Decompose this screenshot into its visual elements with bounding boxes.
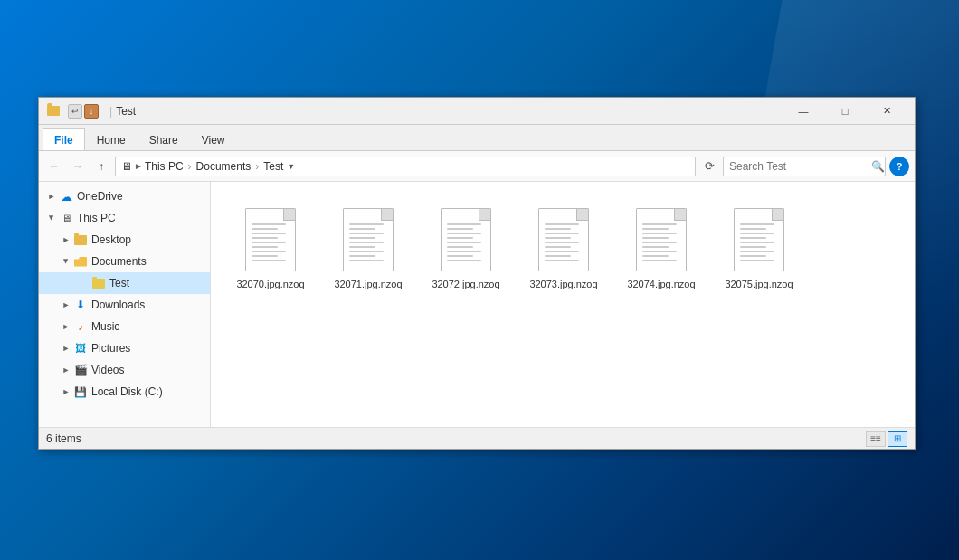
up-button[interactable]: ↑ (91, 157, 111, 176)
sidebar-item-downloads[interactable]: ► ⬇ Downloads (39, 294, 210, 316)
path-computer-icon: 🖥 (121, 160, 132, 173)
test-folder-icon (91, 276, 106, 290)
file-name-3: 32073.jpg.nzoq (529, 278, 597, 290)
sidebar-label-downloads: Downloads (91, 299, 145, 311)
address-bar: ← → ↑ 🖥 ► This PC › Documents › Test ▼ ⟳… (39, 151, 915, 182)
title-folder-icon (46, 104, 61, 119)
file-item-0[interactable]: 32070.jpg.nzoq (225, 196, 316, 299)
sidebar-label-thispc: This PC (77, 212, 116, 224)
sidebar-label-music: Music (91, 320, 119, 333)
documents-folder-icon (73, 254, 88, 269)
tab-share[interactable]: Share (138, 128, 190, 150)
sidebar-label-test: Test (109, 277, 129, 289)
expand-arrow-music: ► (61, 321, 71, 332)
tab-home[interactable]: Home (85, 128, 138, 150)
view-buttons: ≡≡ ⊞ (866, 431, 907, 447)
view-icon-button[interactable]: ⊞ (888, 431, 907, 447)
close-button[interactable]: ✕ (866, 98, 907, 125)
path-documents: Documents (196, 160, 252, 173)
maximize-button[interactable]: □ (824, 98, 866, 125)
expand-arrow-onedrive: ► (46, 191, 57, 202)
sidebar-item-test[interactable]: ► Test (39, 272, 210, 294)
title-bar: ↩ ↓ | Test — □ ✕ (39, 98, 915, 125)
expand-arrow-downloads: ► (61, 299, 71, 310)
expand-arrow-documents: ► (61, 256, 71, 267)
sidebar-item-localdisk[interactable]: ► 💾 Local Disk (C:) (39, 381, 210, 403)
file-icon-1 (339, 205, 397, 274)
file-icon-4 (632, 205, 690, 274)
file-icon-3 (535, 205, 593, 274)
tab-file[interactable]: File (43, 128, 85, 150)
drive-icon: 💾 (73, 384, 88, 399)
quick-access-btn-2[interactable]: ↓ (84, 104, 99, 119)
sidebar-label-documents: Documents (91, 255, 147, 268)
search-icon-button[interactable]: 🔍 (870, 157, 885, 176)
sidebar-item-thispc[interactable]: ► 🖥 This PC (39, 207, 210, 229)
status-bar: 6 items ≡≡ ⊞ (39, 427, 915, 449)
expand-arrow-localdisk: ► (61, 386, 71, 397)
file-name-0: 32070.jpg.nzoq (236, 278, 304, 290)
forward-button[interactable]: → (68, 157, 88, 176)
file-icon-0 (242, 205, 299, 274)
window-title: Test (116, 105, 783, 118)
music-icon: ♪ (73, 319, 88, 334)
videos-icon: 🎬 (73, 363, 88, 377)
search-input[interactable] (724, 160, 870, 173)
back-button[interactable]: ← (44, 157, 64, 176)
path-test: Test (263, 160, 283, 173)
sidebar-item-onedrive[interactable]: ► ☁ OneDrive (39, 185, 210, 207)
pictures-icon: 🖼 (73, 341, 88, 356)
file-grid: 32070.jpg.nzoq 32071.jpg.nzoq (225, 196, 900, 299)
ribbon-tabs: File Home Share View (39, 125, 915, 150)
file-icon-2 (437, 205, 495, 274)
minimize-button[interactable]: — (783, 98, 824, 125)
title-separator: | (109, 105, 112, 118)
file-item-4[interactable]: 32074.jpg.nzoq (616, 196, 707, 299)
ribbon: File Home Share View (39, 125, 915, 151)
title-bar-tools: ↩ ↓ (46, 104, 99, 119)
file-name-5: 32075.jpg.nzoq (725, 278, 793, 290)
onedrive-icon: ☁ (59, 189, 73, 204)
sidebar-label-localdisk: Local Disk (C:) (91, 385, 163, 398)
sidebar-label-desktop: Desktop (91, 233, 131, 246)
file-item-2[interactable]: 32072.jpg.nzoq (421, 196, 511, 299)
sidebar-item-desktop[interactable]: ► Desktop (39, 229, 210, 251)
expand-arrow-desktop: ► (61, 234, 71, 245)
file-item-3[interactable]: 32073.jpg.nzoq (518, 196, 609, 299)
file-icon-5 (730, 205, 788, 274)
window-controls: — □ ✕ (783, 98, 907, 125)
file-area: 32070.jpg.nzoq 32071.jpg.nzoq (211, 182, 915, 427)
tab-view[interactable]: View (190, 128, 237, 150)
sidebar-item-documents[interactable]: ► Documents (39, 251, 210, 272)
file-item-1[interactable]: 32071.jpg.nzoq (323, 196, 413, 299)
search-box[interactable]: 🔍 (723, 157, 886, 176)
sidebar-item-pictures[interactable]: ► 🖼 Pictures (39, 337, 210, 359)
thispc-icon: 🖥 (59, 211, 73, 225)
expand-arrow-pictures: ► (61, 343, 71, 354)
path-thispc: This PC (145, 160, 184, 173)
sidebar: ► ☁ OneDrive ► 🖥 This PC ► Desktop ► (39, 182, 211, 427)
address-path[interactable]: 🖥 ► This PC › Documents › Test ▼ (115, 157, 696, 176)
sidebar-label-pictures: Pictures (91, 342, 130, 355)
file-name-1: 32071.jpg.nzoq (334, 278, 402, 290)
address-dropdown-arrow[interactable]: ▼ (287, 162, 295, 171)
view-list-button[interactable]: ≡≡ (866, 431, 886, 447)
file-name-4: 32074.jpg.nzoq (627, 278, 695, 290)
help-button[interactable]: ? (889, 157, 909, 176)
explorer-window: ↩ ↓ | Test — □ ✕ File Home Share View ← … (38, 97, 916, 450)
file-name-2: 32072.jpg.nzoq (432, 278, 499, 290)
sidebar-label-onedrive: OneDrive (77, 190, 123, 203)
desktop-folder-icon (73, 233, 88, 247)
downloads-icon: ⬇ (73, 298, 88, 312)
item-count-label: 6 items (46, 432, 81, 445)
refresh-button[interactable]: ⟳ (699, 157, 719, 176)
sidebar-item-videos[interactable]: ► 🎬 Videos (39, 359, 210, 381)
sidebar-label-videos: Videos (91, 364, 124, 376)
main-content: ► ☁ OneDrive ► 🖥 This PC ► Desktop ► (39, 182, 915, 427)
file-item-5[interactable]: 32075.jpg.nzoq (714, 196, 804, 299)
path-segment: 🖥 ► This PC › Documents › Test (121, 160, 283, 173)
expand-arrow-thispc: ► (46, 213, 57, 223)
expand-arrow-videos: ► (61, 365, 71, 375)
sidebar-item-music[interactable]: ► ♪ Music (39, 316, 210, 337)
quick-access-btn-1[interactable]: ↩ (68, 104, 82, 119)
